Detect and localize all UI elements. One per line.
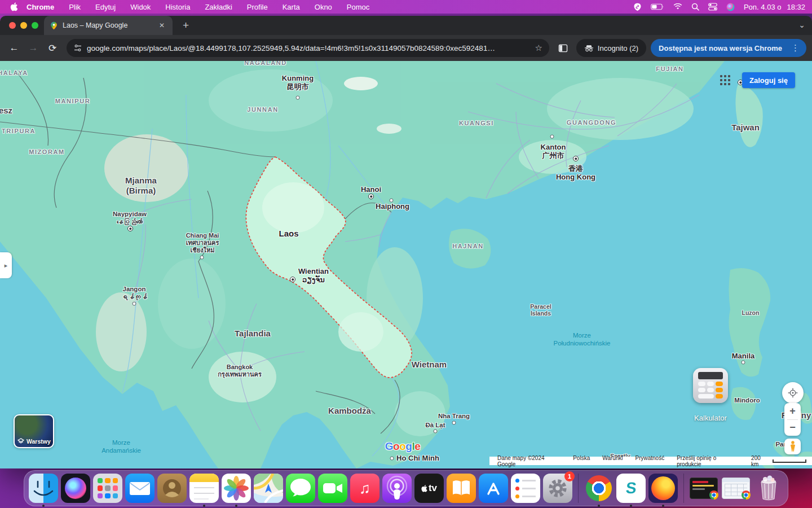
- dock-finder-icon[interactable]: [29, 474, 58, 503]
- map-label-kanton[interactable]: Kanton广州市: [541, 143, 566, 160]
- map-label-nagaland[interactable]: NAGALAND: [244, 61, 287, 66]
- vpn-icon[interactable]: [633, 3, 642, 11]
- map-label-kunming[interactable]: Kunming昆明市: [282, 74, 314, 91]
- sign-in-button[interactable]: Zaloguj się: [742, 72, 795, 88]
- menu-item-widok[interactable]: Widok: [130, 3, 151, 11]
- map-marker-kanton[interactable]: [550, 135, 554, 139]
- side-panel-icon[interactable]: [555, 40, 572, 56]
- new-tab-button[interactable]: +: [179, 19, 192, 32]
- map-marker-hanoi[interactable]: [368, 194, 374, 199]
- zoom-out-button[interactable]: −: [784, 420, 801, 436]
- attribution-link[interactable]: Polska: [573, 455, 590, 467]
- search-icon[interactable]: [691, 3, 699, 11]
- chrome-update-button[interactable]: Dostępna jest nowa wersja Chrome ⋮: [651, 39, 806, 57]
- menu-item-historia[interactable]: Historia: [165, 3, 190, 11]
- menu-item-chrome[interactable]: Chrome: [27, 3, 54, 11]
- map-label-hajnan[interactable]: HAJNAN: [452, 243, 483, 250]
- close-window-button[interactable]: [9, 22, 16, 29]
- map-label-haiphong[interactable]: Haiphong: [376, 202, 409, 211]
- google-apps-grid-icon[interactable]: [720, 75, 730, 85]
- dock-trash-icon[interactable]: [754, 474, 783, 503]
- map-label-ho-chi-minh[interactable]: Ho Chi Minh: [396, 454, 439, 462]
- back-button[interactable]: ←: [6, 40, 23, 56]
- map-marker-ho-chi-minh[interactable]: [390, 457, 394, 461]
- my-location-button[interactable]: [782, 382, 804, 404]
- map-label-tajlandia[interactable]: Tajlandia: [235, 329, 271, 339]
- map-marker-chiang-mai[interactable]: [200, 256, 204, 260]
- dock-facetime-icon[interactable]: [318, 474, 347, 503]
- zoom-in-button[interactable]: +: [784, 403, 801, 419]
- dock-siri-icon[interactable]: [61, 474, 90, 503]
- attribution-link[interactable]: Prześlij opinię o produkcie: [677, 455, 739, 467]
- map-label-luzon[interactable]: Luzon: [742, 309, 760, 316]
- browser-tab[interactable]: Laos – Mapy Google ✕: [44, 16, 173, 35]
- pegman-button[interactable]: [784, 439, 801, 454]
- dock-music-icon[interactable]: ♫: [350, 474, 379, 503]
- map-marker-manila[interactable]: [742, 361, 745, 365]
- dock-maps-icon[interactable]: [254, 474, 283, 503]
- layers-button[interactable]: Warstwy: [14, 414, 54, 448]
- side-panel-toggle[interactable]: ▸: [0, 252, 12, 278]
- address-bar[interactable]: google.com/maps/place/Laos/@18.4499178,1…: [67, 39, 549, 57]
- battery-icon[interactable]: [651, 3, 664, 10]
- map-marker-nha-trang[interactable]: [452, 421, 456, 425]
- reload-button[interactable]: ⟳: [44, 40, 61, 56]
- forward-button[interactable]: →: [25, 40, 42, 56]
- siri-icon[interactable]: [726, 3, 735, 11]
- dock-mail-icon[interactable]: [125, 474, 155, 503]
- dock-podcasts-icon[interactable]: [382, 474, 412, 503]
- map-label-manipur[interactable]: MANIPUR: [55, 98, 91, 105]
- map-label-nha-trang[interactable]: Nha Trang: [438, 413, 470, 421]
- bookmark-star-icon[interactable]: ☆: [535, 43, 542, 53]
- attribution-link[interactable]: Warunki: [602, 455, 623, 467]
- browser-menu-kebab-icon[interactable]: ⋮: [788, 43, 803, 53]
- map-label-tripura[interactable]: TRIPURA: [2, 128, 36, 135]
- map-label-mjanma-birma[interactable]: Mjanma(Birma): [125, 176, 157, 195]
- dock-reminders-icon[interactable]: [511, 474, 540, 503]
- incognito-badge[interactable]: Incognito (2): [576, 39, 646, 57]
- menu-item-plik[interactable]: Plik: [69, 3, 81, 11]
- map-label-paracel-islands[interactable]: ParacelIslands: [530, 303, 551, 317]
- map-label-morze-poludniowochinskie[interactable]: MorzePołudniowochińskie: [553, 332, 610, 347]
- menu-item-profile[interactable]: Profile: [247, 3, 268, 11]
- menu-item-edytuj[interactable]: Edytuj: [95, 3, 116, 11]
- dock-minimized-window-sheet[interactable]: [722, 474, 751, 503]
- calculator-desktop-icon[interactable]: [693, 368, 728, 403]
- map-label-laos[interactable]: Laos: [279, 229, 298, 239]
- dock-messages-icon[interactable]: [286, 474, 315, 503]
- map-label-guangdong[interactable]: GUANGDONG: [567, 119, 616, 126]
- map-marker-kunming[interactable]: [296, 96, 300, 100]
- dock-notes-icon[interactable]: [189, 474, 219, 503]
- fullscreen-window-button[interactable]: [32, 22, 38, 29]
- map-label-wientian[interactable]: Wientianວຽງຈັນ: [298, 267, 329, 284]
- map-label-meghalaya[interactable]: HALAYA: [0, 69, 28, 77]
- menu-item-pomoc[interactable]: Pomoc: [347, 3, 369, 11]
- map-label-manila[interactable]: Manila: [732, 352, 754, 360]
- map-marker-hong-kong[interactable]: [573, 156, 579, 161]
- tab-overflow-chevron-icon[interactable]: ⌄: [798, 20, 805, 29]
- map-label-tajwan[interactable]: Tajwan: [731, 122, 760, 133]
- map-label-hanoi[interactable]: Hanoi: [361, 185, 381, 194]
- dock-settings-icon[interactable]: 1: [543, 474, 572, 503]
- map-label-wietnam[interactable]: Wietnam: [412, 360, 447, 370]
- menu-clock[interactable]: Pon. 4.03 o18:32: [744, 3, 805, 11]
- map-label-mindoro[interactable]: Mindoro: [734, 397, 760, 405]
- map-label-morze-andamanskie[interactable]: MorzeAndamańskie: [102, 439, 141, 454]
- tab-close-icon[interactable]: ✕: [157, 20, 167, 30]
- map-canvas[interactable]: NAGALANDHALAYAMANIPUReszTRIPURAMIZORAMKu…: [0, 61, 812, 468]
- map-label-bangkok[interactable]: Bangkokกรุงเทพมหานคร: [218, 364, 262, 378]
- dock-contacts-icon[interactable]: [157, 474, 187, 503]
- dock-launchpad-icon[interactable]: [93, 474, 122, 503]
- map-label-bangladesz[interactable]: esz: [0, 106, 12, 116]
- menu-item-zakładki[interactable]: Zakładki: [205, 3, 232, 11]
- map-label-chiang-mai[interactable]: Chiang Maiเทศบาลนครเชียงใหม่: [186, 232, 219, 254]
- dock-app-store-icon[interactable]: [479, 474, 508, 503]
- dock-firefox-icon[interactable]: [648, 474, 678, 503]
- map-marker-jangon[interactable]: [133, 302, 136, 306]
- dock-minimized-window-dark[interactable]: [690, 474, 719, 503]
- control-center-icon[interactable]: [708, 3, 717, 11]
- wifi-icon[interactable]: [673, 3, 682, 10]
- map-label-fujian[interactable]: FUJIAN: [656, 65, 683, 73]
- map-label-hong-kong[interactable]: 香港Hong Kong: [556, 164, 595, 182]
- attribution-link[interactable]: Prywatność: [636, 455, 665, 467]
